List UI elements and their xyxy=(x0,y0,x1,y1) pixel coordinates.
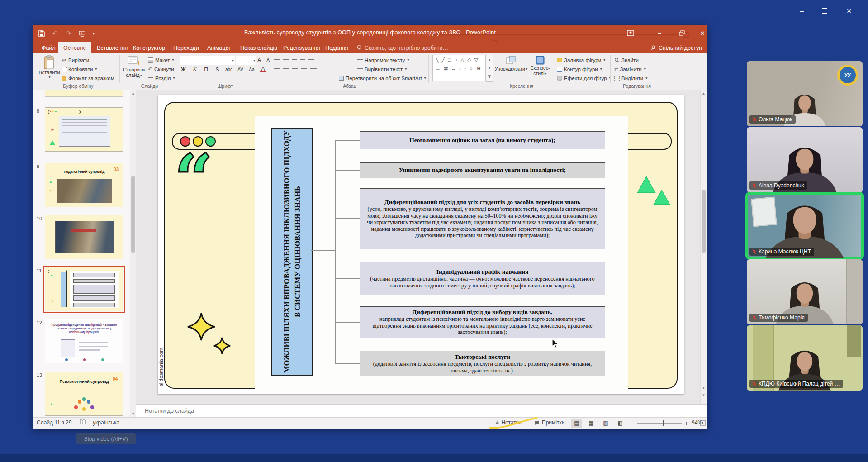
view-slide-sorter-button[interactable]: ▦ xyxy=(586,419,597,428)
next-slide-button[interactable]: ▼ xyxy=(701,392,707,398)
diagram-box-3[interactable]: Диференційований підхід для усіх студент… xyxy=(360,188,605,249)
cut-button[interactable]: ✂Вирізати xyxy=(62,56,89,64)
replace-button[interactable]: ⇄Замінити▾ xyxy=(614,65,646,73)
section-button[interactable]: Розділ▾ xyxy=(148,74,175,82)
font-size-combobox[interactable]: ▾ xyxy=(236,56,256,65)
character-spacing-button[interactable]: AV xyxy=(237,67,244,72)
scrollbar-thumb[interactable] xyxy=(702,190,706,253)
align-left-icon[interactable] xyxy=(274,67,280,71)
thumbnail-slide-9[interactable]: Педагогічний супровід 03 ▲ ✦ xyxy=(45,163,123,207)
tab-home[interactable]: Основне xyxy=(58,42,91,53)
thumbnail-slide-13[interactable]: Психологічний супровід 04 ▲ xyxy=(45,372,123,416)
zoom-minimize-button[interactable]: – xyxy=(795,5,809,16)
participant-tile-5[interactable]: КПДЮ Київський Палац дітей … xyxy=(747,325,863,391)
change-case-button[interactable]: Aa xyxy=(248,67,255,72)
justify-icon[interactable] xyxy=(301,67,307,71)
align-center-icon[interactable] xyxy=(283,67,289,71)
align-text-button[interactable]: Вирівняти текст▾ xyxy=(357,65,407,73)
comments-toggle-button[interactable]: Примітки xyxy=(534,419,564,426)
tab-transitions[interactable]: Переходи xyxy=(168,42,204,53)
tab-animations[interactable]: Анімація xyxy=(202,42,235,53)
bullets-icon[interactable] xyxy=(274,58,280,62)
new-slide-button[interactable]: Створити слайд▾ xyxy=(123,55,145,78)
zoom-in-button[interactable]: + xyxy=(684,419,688,427)
thumbnail-slide-12[interactable]: Програма підвищення кваліфікації «Змішан… xyxy=(45,319,123,363)
presenter-display-button[interactable] xyxy=(623,28,638,38)
shape-outline-button[interactable]: Контур фігури▾ xyxy=(557,65,602,73)
tell-me-box[interactable]: Скажіть, що потрібно зробити… xyxy=(357,42,448,53)
paste-button[interactable]: Вставити ▾ xyxy=(39,55,59,79)
diagram-box-5[interactable]: Диференційований підхід до вибору видів … xyxy=(360,306,605,338)
underline-button[interactable]: П xyxy=(203,67,209,73)
shrink-font-button[interactable]: Аˇ xyxy=(266,56,273,64)
increase-indent-icon[interactable] xyxy=(300,58,305,62)
arrange-button[interactable]: Упорядкувати▾ xyxy=(495,55,527,71)
participant-tile-3-active-speaker[interactable]: Карина Маслюк ЦНТ xyxy=(747,193,863,258)
tab-view[interactable]: Подання xyxy=(320,42,353,53)
thumbnail-slide-7-partial[interactable] xyxy=(45,90,123,97)
notes-pane[interactable]: Нотатки до слайда xyxy=(136,404,707,418)
diagram-box-2[interactable]: Уникнення надмірного акцентування уваги … xyxy=(360,162,605,178)
zoom-close-button[interactable]: ✕ xyxy=(842,5,856,16)
strikethrough-button[interactable]: S xyxy=(214,67,221,73)
shapes-gallery-scroll[interactable]: ▲▼▼ xyxy=(486,55,493,82)
fit-to-window-button[interactable] xyxy=(700,420,706,426)
close-button[interactable]: ✕ xyxy=(695,28,707,38)
zoom-slider-thumb[interactable] xyxy=(663,420,664,426)
clear-formatting-button[interactable]: abc xyxy=(225,67,232,72)
proofing-status[interactable] xyxy=(80,419,86,424)
bold-button[interactable]: Ж xyxy=(180,67,187,73)
thumbnail-slide-8[interactable]: ✳ xyxy=(45,107,123,152)
quick-styles-button[interactable]: Експрес- стилі▾ xyxy=(528,55,552,76)
participant-tile-2[interactable]: Alena Dyadenchuk xyxy=(747,127,863,192)
line-spacing-icon[interactable] xyxy=(308,58,314,62)
decrease-indent-icon[interactable] xyxy=(292,58,297,62)
zoom-out-button[interactable]: – xyxy=(630,419,634,427)
zoom-slider-track[interactable] xyxy=(637,423,682,424)
diagram-box-6[interactable]: Тьюторські послуги (додаткові заняття із… xyxy=(360,351,605,376)
format-painter-button[interactable]: Формат за зразком xyxy=(62,74,114,82)
tab-design[interactable]: Конструктор xyxy=(128,42,171,53)
reset-button[interactable]: ↶Скинути xyxy=(148,65,174,73)
language-status[interactable]: українська xyxy=(93,419,119,426)
tab-slideshow[interactable]: Показ слайдів xyxy=(235,42,283,53)
participant-tile-4[interactable]: Тимофієнко Марія xyxy=(747,259,863,324)
share-button[interactable]: Спільний доступ xyxy=(650,42,702,53)
copy-button[interactable]: Копіювати▾ xyxy=(62,65,97,73)
diagram-root-box[interactable]: МОЖЛИВІ ШЛЯХИ ВПРОВАДЖЕННЯ ІНКЛЮЗИВНОГО … xyxy=(271,128,313,376)
text-direction-button[interactable]: Напрямок тексту▾ xyxy=(357,56,409,64)
thumbnail-slide-10[interactable] xyxy=(45,215,123,259)
layout-button[interactable]: Макет▾ xyxy=(148,56,174,64)
align-right-icon[interactable] xyxy=(292,67,298,71)
zoom-maximize-button[interactable] xyxy=(818,5,831,16)
columns-icon[interactable] xyxy=(310,67,317,71)
slide-canvas[interactable]: “ slidesmania.com МОЖЛИВІ ШЛЯХИ ВПРОВАДЖ… xyxy=(136,90,700,404)
shapes-gallery[interactable]: ╲ ╱ □ ○ △ ◇ ▽ → ⇄ ↔ { } ☆ ⊕ xyxy=(432,55,486,81)
tab-review[interactable]: Рецензування xyxy=(278,42,325,53)
diagram-box-1[interactable]: Неоголошення оцінок на загал (на вимогу … xyxy=(360,131,605,149)
previous-slide-button[interactable]: ▲ xyxy=(701,385,707,391)
view-reading-button[interactable]: ▥ xyxy=(600,419,611,428)
restore-button[interactable] xyxy=(674,28,690,38)
shape-fill-button[interactable]: Заливка фігури▾ xyxy=(557,56,605,64)
shape-effects-button[interactable]: Ефекти для фігур▾ xyxy=(557,74,611,82)
stop-video-tooltip[interactable]: Stop video (Alt+V) xyxy=(76,433,136,444)
view-slideshow-button[interactable]: ◧ xyxy=(615,419,626,428)
view-normal-button[interactable]: ▤ xyxy=(571,419,582,428)
slide-indicator[interactable]: Слайд 11 з 29 xyxy=(37,419,71,426)
scrollbar-thumb[interactable] xyxy=(131,176,135,253)
thumbnail-scrollbar[interactable]: ▲ ▼ xyxy=(130,90,136,417)
tab-file[interactable]: Файл xyxy=(36,42,61,53)
font-color-button[interactable]: А xyxy=(260,67,266,73)
thumbnail-slide-11-selected[interactable]: “ ✦ xyxy=(45,267,123,311)
smartart-button[interactable]: Перетворити на об’єкт SmartArt▾ xyxy=(339,74,426,82)
slide-scrollbar[interactable]: ▲ ▲ ▼ xyxy=(700,90,707,404)
grow-font-button[interactable]: Аˆ xyxy=(257,56,264,64)
diagram-box-4[interactable]: Індивідуальний графік навчання (частина … xyxy=(360,262,605,295)
tab-insert[interactable]: Вставлення xyxy=(91,42,133,53)
select-button[interactable]: Виділити▾ xyxy=(614,74,647,82)
slide[interactable]: “ slidesmania.com МОЖЛИВІ ШЛЯХИ ВПРОВАДЖ… xyxy=(158,95,684,394)
minimize-button[interactable]: – xyxy=(652,28,667,38)
find-button[interactable]: Знайти xyxy=(614,56,639,64)
italic-button[interactable]: К xyxy=(191,66,198,73)
